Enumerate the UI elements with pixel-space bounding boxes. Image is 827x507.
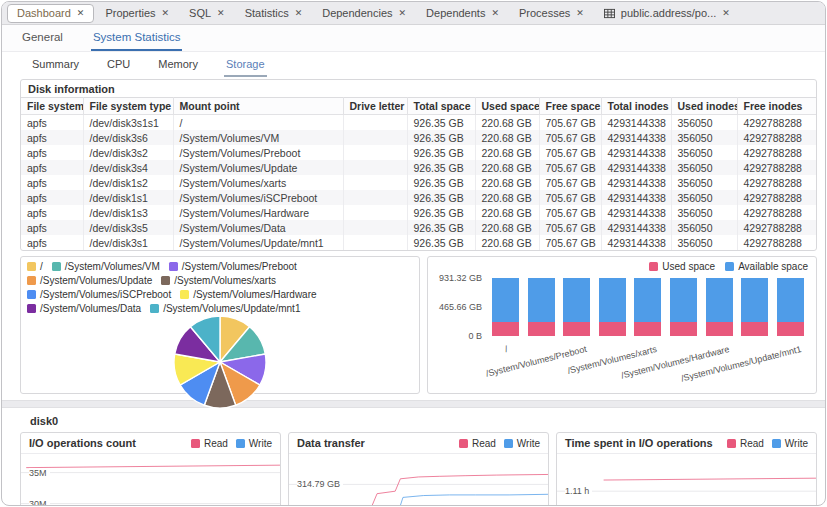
table-cell: 926.35 GB: [407, 220, 475, 235]
data-transfer-title: Data transfer: [297, 437, 365, 449]
table-row[interactable]: apfs/dev/disk1s2/System/Volumes/xarts926…: [21, 175, 816, 190]
tab-label: Dashboard: [17, 7, 71, 19]
table-cell: /dev/disk1s1: [83, 190, 173, 205]
legend-item-system-volumes-iscpreboot: /System/Volumes/iSCPreboot: [27, 289, 171, 300]
tab-statistics[interactable]: Statistics✕: [236, 4, 312, 23]
table-cell: 4293144338: [601, 160, 671, 175]
bar-segment-used: [528, 322, 555, 336]
legend-label: /System/Volumes/Update/mnt1: [163, 303, 300, 314]
column-header-total-space: Total space: [407, 98, 475, 115]
close-icon[interactable]: ✕: [722, 9, 730, 18]
legend-label: /System/Volumes/Hardware: [193, 289, 316, 300]
table-cell: /System/Volumes/Update: [173, 160, 343, 175]
nav-tab-system-statistics[interactable]: System Statistics: [91, 25, 183, 51]
table-row[interactable]: apfs/dev/disk3s1s1/926.35 GB220.68 GB705…: [21, 115, 816, 131]
close-icon[interactable]: ✕: [576, 9, 584, 18]
bar-x-tick: /: [504, 344, 509, 354]
legend-swatch-icon: [27, 290, 36, 299]
pie-chart-wrap: [27, 314, 413, 410]
bar-segment-available: [670, 278, 697, 322]
column-header-file-system-type: File system type: [83, 98, 173, 115]
close-icon[interactable]: ✕: [491, 9, 499, 18]
subnav-tab-summary[interactable]: Summary: [30, 52, 81, 77]
bar-x-axis-labels: //System/Volumes/Preboot/System/Volumes/…: [488, 336, 808, 378]
table-row[interactable]: apfs/dev/disk3s4/System/Volumes/Update92…: [21, 160, 816, 175]
bar-chart-legend: Used spaceAvailable space: [436, 261, 808, 272]
subnav-tab-storage[interactable]: Storage: [224, 52, 267, 77]
legend-item-system-volumes-preboot: /System/Volumes/Preboot: [169, 261, 297, 272]
legend-swatch-icon: [27, 304, 36, 313]
disk-information-table: File systemFile system typeMount pointDr…: [21, 97, 816, 250]
stacked-bar-system-volumes-update[interactable]: [599, 278, 626, 336]
stacked-bar-system-volumes-preboot[interactable]: [563, 278, 590, 336]
close-icon[interactable]: ✕: [162, 9, 170, 18]
table-cell: [343, 160, 407, 175]
column-header-total-inodes: Total inodes: [601, 98, 671, 115]
stacked-bar-system-volumes-data[interactable]: [741, 278, 768, 336]
table-row[interactable]: apfs/dev/disk3s1/System/Volumes/Update/m…: [21, 235, 816, 250]
table-cell: 356050: [671, 205, 737, 220]
close-icon[interactable]: ✕: [399, 9, 407, 18]
table-cell: 4292788288: [737, 190, 816, 205]
table-cell: 4293144338: [601, 130, 671, 145]
table-cell: [343, 235, 407, 250]
io-time-y-tick: 1.11 h: [565, 486, 592, 496]
data-transfer-series-write: [382, 494, 548, 506]
tab-label: Dependencies: [322, 7, 392, 19]
close-icon[interactable]: ✕: [77, 9, 85, 18]
column-header-mount-point: Mount point: [173, 98, 343, 115]
tab-dashboard[interactable]: Dashboard✕: [7, 4, 94, 23]
bar-segment-used: [563, 322, 590, 336]
disk-usage-pie-panel: //System/Volumes/VM/System/Volumes/Prebo…: [20, 256, 420, 394]
legend-label: /System/Volumes/VM: [65, 261, 160, 272]
tab-dependencies[interactable]: Dependencies✕: [313, 4, 415, 23]
close-icon[interactable]: ✕: [217, 9, 225, 18]
table-cell: apfs: [21, 205, 83, 220]
subnav-tab-memory[interactable]: Memory: [156, 52, 200, 77]
bar-segment-available: [599, 278, 626, 322]
system-statistics-subnav: SummaryCPUMemoryStorage: [2, 52, 825, 77]
stacked-bar-[interactable]: [492, 278, 519, 336]
bar-y-tick: 931.32 GB: [439, 273, 482, 283]
table-cell: 705.67 GB: [539, 175, 601, 190]
tab-public-address-po[interactable]: public.address/po...✕: [595, 4, 739, 23]
table-row[interactable]: apfs/dev/disk3s6/System/Volumes/VM926.35…: [21, 130, 816, 145]
table-cell: 220.68 GB: [475, 145, 539, 160]
table-cell: 356050: [671, 145, 737, 160]
tab-properties[interactable]: Properties✕: [96, 4, 178, 23]
table-cell: /System/Volumes/xarts: [173, 175, 343, 190]
close-icon[interactable]: ✕: [295, 9, 303, 18]
table-row[interactable]: apfs/dev/disk3s2/System/Volumes/Preboot9…: [21, 145, 816, 160]
legend-label: /System/Volumes/iSCPreboot: [40, 289, 171, 300]
disk0-title: disk0: [30, 415, 817, 427]
table-cell: /System/Volumes/VM: [173, 130, 343, 145]
table-cell: 926.35 GB: [407, 145, 475, 160]
legend-item-read: Read: [459, 438, 496, 449]
table-cell: 220.68 GB: [475, 205, 539, 220]
stacked-bar-system-volumes-iscpreboot[interactable]: [670, 278, 697, 336]
tab-label: Properties: [105, 7, 155, 19]
stacked-bar-system-volumes-update-mnt1[interactable]: [777, 278, 804, 336]
table-cell: /System/Volumes/iSCPreboot: [173, 190, 343, 205]
table-row[interactable]: apfs/dev/disk1s3/System/Volumes/Hardware…: [21, 205, 816, 220]
legend-label: Read: [472, 438, 496, 449]
stacked-bar-system-volumes-vm[interactable]: [528, 278, 555, 336]
stacked-bar-system-volumes-xarts[interactable]: [634, 278, 661, 336]
table-cell: 705.67 GB: [539, 115, 601, 131]
table-cell: [343, 190, 407, 205]
legend-swatch-icon: [649, 262, 658, 271]
legend-item-: /: [27, 261, 43, 272]
legend-item-read: Read: [727, 438, 764, 449]
legend-swatch-icon: [169, 262, 178, 271]
table-row[interactable]: apfs/dev/disk3s5/System/Volumes/Data926.…: [21, 220, 816, 235]
stacked-bar-system-volumes-hardware[interactable]: [706, 278, 733, 336]
tab-processes[interactable]: Processes✕: [510, 4, 593, 23]
data-transfer-header: Data transferReadWrite: [289, 433, 548, 454]
tab-sql[interactable]: SQL✕: [180, 4, 234, 23]
table-row[interactable]: apfs/dev/disk1s1/System/Volumes/iSCPrebo…: [21, 190, 816, 205]
tab-dependents[interactable]: Dependents✕: [417, 4, 508, 23]
subnav-tab-cpu[interactable]: CPU: [105, 52, 132, 77]
legend-label: /System/Volumes/Preboot: [182, 261, 297, 272]
data-transfer-panel: Data transferReadWrite314.79 GB: [288, 432, 549, 506]
nav-tab-general[interactable]: General: [20, 25, 65, 51]
